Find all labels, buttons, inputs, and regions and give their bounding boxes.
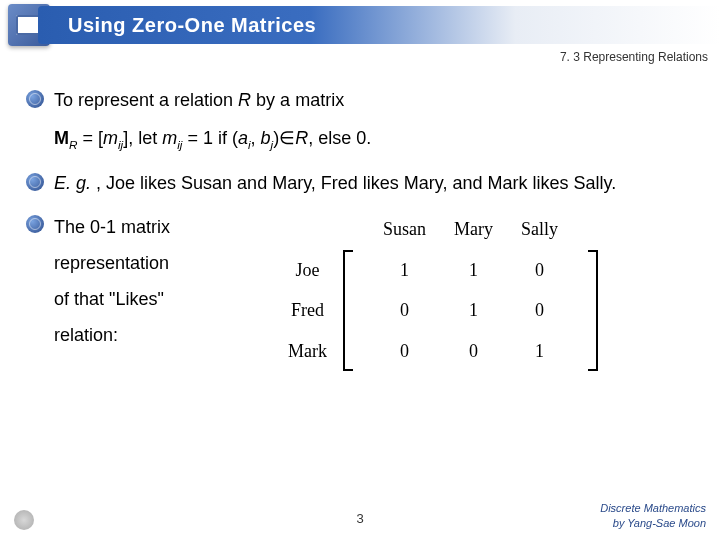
- row-label: Joe: [274, 250, 341, 290]
- footer-logo: [14, 510, 34, 530]
- bullet-text: E. g. , Joe likes Susan and Mary, Fred l…: [54, 167, 694, 199]
- cell: 1: [369, 250, 440, 290]
- text: ,: [251, 128, 261, 148]
- bullet-icon: [26, 90, 44, 108]
- col-header: Mary: [440, 209, 507, 249]
- text: , else 0.: [308, 128, 371, 148]
- bullet-text: To represent a relation R by a matrix: [54, 84, 694, 116]
- cell: 0: [369, 290, 440, 330]
- row-label: Fred: [274, 290, 341, 330]
- bullet-item: To represent a relation R by a matrix: [26, 84, 694, 116]
- bullet-icon: [26, 215, 44, 233]
- cell: 0: [507, 290, 572, 330]
- text-italic: R: [238, 90, 251, 110]
- table-row: Susan Mary Sally: [274, 209, 600, 249]
- matrix-table: Susan Mary Sally Joe 1 1 0 Fred 0 1: [274, 209, 600, 371]
- credit-line: Discrete Mathematics: [600, 501, 706, 515]
- text: M: [54, 128, 69, 148]
- cell: 1: [507, 331, 572, 371]
- text-italic: R: [295, 128, 308, 148]
- slide-footer: 3 Discrete Mathematics by Yang-Sae Moon: [0, 492, 720, 532]
- row-label: Mark: [274, 331, 341, 371]
- text: To represent a relation: [54, 90, 238, 110]
- text-italic: b: [261, 128, 271, 148]
- section-label: 7. 3 Representing Relations: [560, 50, 708, 64]
- page-number: 3: [356, 511, 363, 526]
- right-bracket: [572, 250, 600, 371]
- text: = 1 if (: [182, 128, 238, 148]
- table-row: Joe 1 1 0: [274, 250, 600, 290]
- slide-title: Using Zero-One Matrices: [68, 14, 316, 37]
- col-header: Susan: [369, 209, 440, 249]
- cell: 1: [440, 290, 507, 330]
- text: relation:: [54, 317, 254, 353]
- cell: 0: [440, 331, 507, 371]
- cell: 0: [369, 331, 440, 371]
- text: = [: [77, 128, 103, 148]
- col-header: Sally: [507, 209, 572, 249]
- text-italic: m: [103, 128, 118, 148]
- bullet-icon: [26, 173, 44, 191]
- text: The 0-1 matrix: [54, 209, 254, 245]
- matrix-figure: Susan Mary Sally Joe 1 1 0 Fred 0 1: [274, 209, 600, 371]
- bullet-item: E. g. , Joe likes Susan and Mary, Fred l…: [26, 167, 694, 199]
- text: of that "Likes": [54, 281, 254, 317]
- table-row: Mark 0 0 1: [274, 331, 600, 371]
- left-bracket: [341, 250, 369, 371]
- text-italic: a: [238, 128, 248, 148]
- text: ], let: [123, 128, 162, 148]
- text: )∈: [273, 128, 295, 148]
- cell: 0: [507, 250, 572, 290]
- slide-header: Using Zero-One Matrices: [0, 0, 720, 50]
- text: , Joe likes Susan and Mary, Fred likes M…: [91, 173, 616, 193]
- credit-line: by Yang-Sae Moon: [600, 516, 706, 530]
- bullet-text: The 0-1 matrix representation of that "L…: [54, 209, 254, 353]
- credits: Discrete Mathematics by Yang-Sae Moon: [600, 501, 706, 530]
- bullet-item: The 0-1 matrix representation of that "L…: [26, 209, 694, 371]
- text-italic: E. g.: [54, 173, 91, 193]
- title-bar: Using Zero-One Matrices: [38, 6, 720, 44]
- text: representation: [54, 245, 254, 281]
- text-italic: m: [162, 128, 177, 148]
- slide-content: To represent a relation R by a matrix MR…: [0, 50, 720, 371]
- text: by a matrix: [251, 90, 344, 110]
- definition-line: MR = [mij], let mij = 1 if (ai, bj)∈R, e…: [26, 122, 694, 155]
- cell: 1: [440, 250, 507, 290]
- logo-icon: [14, 510, 34, 530]
- table-row: Fred 0 1 0: [274, 290, 600, 330]
